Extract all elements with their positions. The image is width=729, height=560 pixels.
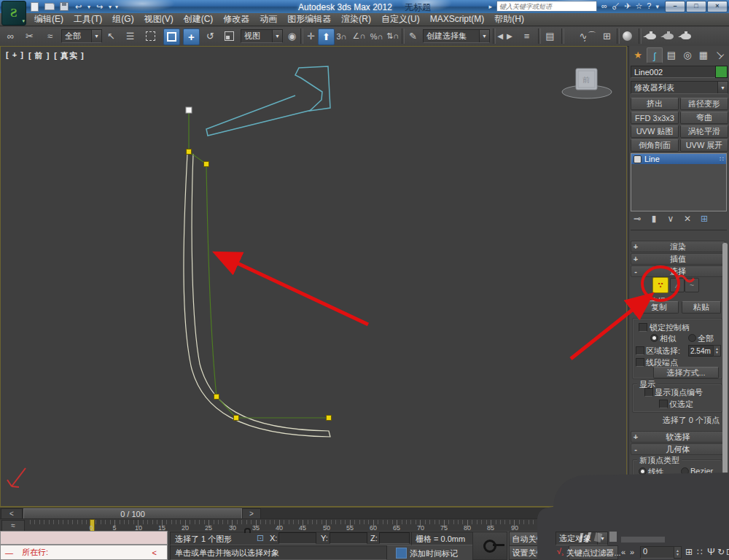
rollout-soft-selection[interactable]: + 软选择 bbox=[631, 431, 725, 443]
set-keys-button[interactable] bbox=[472, 532, 507, 560]
sub-object-segment-button[interactable]: ∕ bbox=[670, 278, 685, 292]
undo-icon[interactable]: ↩ bbox=[73, 2, 84, 12]
show-end-result-icon[interactable]: ▮ bbox=[649, 214, 659, 224]
percent-snap-icon[interactable]: %∩ bbox=[369, 28, 384, 44]
render-setup-icon[interactable] bbox=[643, 28, 658, 44]
key-icon[interactable]: o─ bbox=[609, 0, 622, 12]
x-coordinate-field[interactable] bbox=[278, 532, 316, 544]
toolbar-options-icon[interactable]: ▾ bbox=[115, 4, 118, 10]
selected-only-checkbox[interactable] bbox=[659, 400, 668, 408]
maxscript-macro-recorder[interactable] bbox=[0, 531, 168, 545]
material-editor-icon[interactable] bbox=[620, 28, 635, 44]
menu-modifiers[interactable]: 修改器 bbox=[218, 13, 254, 26]
menu-edit[interactable]: 编辑(E) bbox=[29, 13, 69, 26]
modifier-list-dropdown[interactable]: 修改器列表▼ bbox=[631, 81, 728, 94]
area-threshold-spinner[interactable]: ▲▼ bbox=[713, 345, 721, 357]
modifier-button-path-deform[interactable]: 路径变形 bbox=[680, 98, 728, 110]
zoom-region-icon[interactable]: ⊞ bbox=[685, 547, 693, 557]
set-key-mode-icon[interactable]: √¸ bbox=[557, 547, 564, 556]
spinner-snap-icon[interactable]: ⇅∩ bbox=[385, 28, 400, 44]
maxscript-mini-listener[interactable]: — 所在行: < bbox=[0, 545, 168, 560]
modifier-button-ffd-3x3x3[interactable]: FFD 3x3x3 bbox=[631, 112, 679, 124]
use-pivot-center-icon[interactable]: ◉ bbox=[284, 28, 300, 44]
rollout-geometry[interactable]: - 几何体 bbox=[631, 443, 725, 455]
redo-dropdown-icon[interactable]: ▾ bbox=[109, 4, 112, 10]
orbit-icon[interactable]: ↻ bbox=[717, 547, 725, 557]
favorites-star-icon[interactable]: ☆ bbox=[635, 1, 642, 11]
panel-scrollbar[interactable] bbox=[722, 243, 728, 516]
modifier-button-turbosmooth[interactable]: 涡轮平滑 bbox=[680, 125, 728, 138]
tab-modify[interactable]: ʃ bbox=[647, 47, 663, 63]
rollout-selection[interactable]: - 选择 bbox=[631, 265, 725, 277]
auto-key-button[interactable]: 自动关键点 bbox=[509, 532, 555, 546]
y-coordinate-field[interactable] bbox=[330, 532, 367, 544]
select-by-name-icon[interactable]: ☰ bbox=[122, 28, 138, 44]
remove-modifier-icon[interactable]: ✕ bbox=[682, 214, 693, 224]
stack-item-line[interactable]: Line ∷ bbox=[631, 154, 726, 164]
modifier-button-uvw-map[interactable]: UVW 贴图 bbox=[631, 125, 679, 138]
rollout-rendering[interactable]: + 渲染 bbox=[631, 241, 725, 252]
search-input[interactable] bbox=[496, 1, 597, 12]
mirror-icon[interactable]: ◄► bbox=[497, 28, 512, 44]
reference-coordinate-dropdown[interactable]: 视图▼ bbox=[241, 29, 283, 43]
go-to-end-icon[interactable]: » bbox=[630, 548, 634, 556]
front-viewport[interactable]: [ + ] [ 前 ] [ 真实 ] bbox=[0, 46, 627, 507]
modifier-enable-icon[interactable] bbox=[634, 155, 642, 163]
keyboard-shortcut-override-icon[interactable]: ⬆ bbox=[318, 28, 335, 45]
maximize-viewport-icon[interactable]: ⊡ bbox=[726, 547, 729, 557]
select-object-icon[interactable]: ↖ bbox=[104, 28, 119, 44]
go-to-start-icon[interactable]: « bbox=[621, 548, 625, 556]
current-frame-field[interactable]: 0 bbox=[640, 546, 678, 559]
modifier-button-bend[interactable]: 弯曲 bbox=[680, 112, 728, 124]
show-vertex-numbers-checkbox[interactable] bbox=[644, 388, 653, 397]
align-icon[interactable]: ≡ bbox=[519, 28, 534, 44]
schematic-view-icon[interactable]: ⊞ bbox=[599, 28, 615, 44]
configure-modifier-sets-icon[interactable]: ⊞ bbox=[699, 214, 709, 224]
alike-radio[interactable] bbox=[650, 334, 658, 342]
curve-editor-icon[interactable]: ∿̦⌒ bbox=[580, 28, 596, 44]
undo-dropdown-icon[interactable]: ▾ bbox=[87, 4, 90, 10]
menu-views[interactable]: 视图(V) bbox=[139, 13, 179, 26]
close-button[interactable]: × bbox=[707, 1, 728, 12]
rectangular-selection-region-icon[interactable] bbox=[143, 28, 158, 44]
redo-icon[interactable]: ↪ bbox=[94, 2, 105, 12]
sub-object-vertex-button[interactable]: ∵ bbox=[652, 277, 668, 293]
tab-hierarchy[interactable]: ▤ bbox=[664, 47, 679, 62]
make-unique-icon[interactable]: ∨ bbox=[666, 214, 676, 224]
selection-filter-dropdown[interactable]: 全部▼ bbox=[61, 29, 102, 43]
save-file-icon[interactable] bbox=[58, 2, 69, 12]
application-menu-button[interactable]: S▾ bbox=[1, 1, 26, 26]
key-filters-button[interactable]: 关键点过滤器... bbox=[569, 545, 618, 560]
menu-animation[interactable]: 动画 bbox=[254, 13, 282, 26]
menu-create[interactable]: 创建(C) bbox=[179, 13, 219, 26]
track-bar[interactable]: ≈ 0 5 10 15 20 25 30 35 40 45 50 55 60 6… bbox=[0, 518, 729, 532]
tab-utilities[interactable]: ⊤ bbox=[709, 44, 729, 65]
window-crossing-toggle-icon[interactable] bbox=[163, 28, 180, 45]
zoom-extents-icon[interactable]: ∷ bbox=[697, 547, 703, 557]
maximize-button[interactable]: □ bbox=[686, 1, 706, 12]
object-name-field[interactable]: Line002 bbox=[631, 66, 718, 78]
menu-group[interactable]: 组(G) bbox=[107, 13, 139, 26]
snaps-toggle-icon[interactable]: 3∩ bbox=[334, 28, 349, 44]
rollout-interpolation[interactable]: + 插值 bbox=[631, 253, 725, 265]
select-and-scale-icon[interactable] bbox=[222, 28, 237, 44]
menu-tools[interactable]: 工具(T) bbox=[69, 13, 107, 26]
unlink-selection-icon[interactable]: ✂ bbox=[22, 28, 37, 44]
select-and-manipulate-icon[interactable]: ✛ bbox=[303, 28, 319, 44]
edit-named-selection-sets-icon[interactable]: ✎ bbox=[405, 28, 421, 44]
infocenter-expand-icon[interactable]: ▸ bbox=[488, 3, 492, 10]
render-production-icon[interactable] bbox=[678, 28, 693, 44]
communication-center-icon[interactable]: ✈ bbox=[624, 1, 631, 11]
open-file-icon[interactable] bbox=[44, 2, 55, 12]
select-and-move-icon[interactable]: + bbox=[183, 28, 200, 45]
tab-motion[interactable]: ◎ bbox=[680, 47, 695, 62]
object-color-swatch[interactable] bbox=[715, 66, 728, 78]
set-key-button[interactable]: 设置关键点 bbox=[509, 545, 555, 560]
menu-rendering[interactable]: 渲染(R) bbox=[336, 13, 376, 26]
minimize-button[interactable]: – bbox=[665, 1, 685, 12]
new-scene-icon[interactable] bbox=[29, 2, 40, 12]
menu-graph-editors[interactable]: 图形编辑器 bbox=[282, 13, 336, 26]
lock-handles-checkbox[interactable] bbox=[639, 323, 647, 332]
z-coordinate-field[interactable] bbox=[379, 532, 410, 544]
select-by-button[interactable]: 选择方式... bbox=[653, 367, 719, 378]
